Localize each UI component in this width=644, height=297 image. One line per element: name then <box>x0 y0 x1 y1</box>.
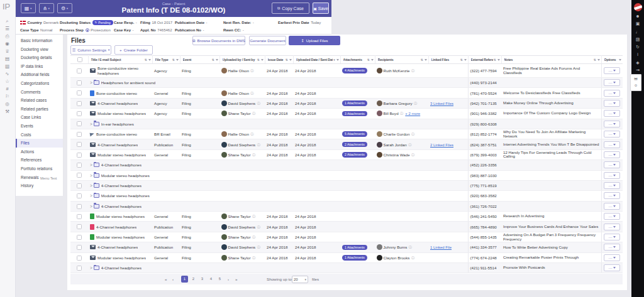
row-checkbox[interactable] <box>77 153 82 158</box>
options-button[interactable]: ⋯ <box>604 131 620 138</box>
column-header-check[interactable] <box>70 56 88 64</box>
row-checkbox[interactable] <box>77 80 82 85</box>
sidebar-item-related-cases[interactable]: Related cases <box>16 96 63 105</box>
filter-icon[interactable] <box>371 59 374 61</box>
save-button[interactable]: ▣Save <box>313 3 329 14</box>
info-icon[interactable]: ⓘ <box>411 68 414 73</box>
info-icon[interactable]: ⓘ <box>250 68 253 73</box>
history-icon[interactable]: ↻ <box>631 43 644 51</box>
column-header-event[interactable]: Event⇅ <box>180 56 219 64</box>
row-checkbox[interactable] <box>77 90 82 95</box>
filter-icon[interactable] <box>289 59 292 61</box>
info-icon[interactable]: ⓘ <box>408 143 411 147</box>
info-icon[interactable]: i <box>631 51 644 58</box>
sidebar-item-ip-data-links[interactable]: IP data links <box>16 62 63 71</box>
hash-icon[interactable]: # <box>0 85 14 93</box>
title-cell[interactable]: >4-Channel headphones <box>88 201 468 211</box>
user-icon[interactable]: ☻ <box>631 13 644 20</box>
title-cell[interactable]: Modular stereo headphones <box>88 149 152 159</box>
column-settings-button[interactable]: ☰Column Settings▾ <box>70 45 111 55</box>
title-cell[interactable]: Modular stereo headphones <box>88 252 152 262</box>
info-icon[interactable]: ⓘ <box>400 111 403 116</box>
expand-chevron-icon[interactable]: > <box>90 163 92 167</box>
screenshot-icon[interactable]: ▨ <box>631 36 644 43</box>
filter-icon[interactable] <box>261 59 264 61</box>
next-page-button[interactable]: › <box>228 277 229 281</box>
linked-files-link[interactable]: 2 Linked Files <box>430 143 453 147</box>
row-checkbox[interactable] <box>77 245 82 250</box>
filter-icon[interactable] <box>497 59 500 61</box>
info-icon[interactable]: ⓘ <box>257 101 260 105</box>
column-header-uploaded_date[interactable]: Uploaded Date / Sent Date▾ <box>293 56 340 64</box>
filter-icon[interactable] <box>464 59 467 61</box>
hierarchy-icon-button[interactable]: ⋔▼ <box>39 3 54 13</box>
sidebar-item-references[interactable]: References <box>16 156 63 165</box>
generate-document-button[interactable]: Generate Document <box>249 36 286 45</box>
linked-files-link[interactable]: 3 Linked Files <box>430 102 453 105</box>
previous-page-button[interactable]: ‹ <box>172 277 174 281</box>
diamond-icon[interactable]: ◈ <box>631 59 644 67</box>
options-button[interactable]: ⋯ <box>604 79 620 86</box>
expand-chevron-icon[interactable]: > <box>90 193 92 198</box>
column-header-issue_date[interactable]: Issue Date⇅ <box>265 56 293 64</box>
more-recipients-link[interactable]: + 2 more <box>405 112 420 116</box>
title-cell[interactable]: >In-ear headphones <box>88 119 468 129</box>
list-icon[interactable]: ☰ <box>0 25 14 33</box>
settings-icon-button[interactable]: ⚙▼ <box>57 3 72 13</box>
expand-chevron-icon[interactable]: > <box>90 266 92 270</box>
card-icon[interactable]: ▣ <box>631 20 644 28</box>
row-checkbox[interactable] <box>77 121 82 126</box>
select-all-checkbox[interactable] <box>77 57 82 62</box>
attachments-badge[interactable]: 1 Attachments <box>342 100 367 106</box>
filter-icon[interactable] <box>148 59 151 61</box>
attachments-badge[interactable]: 5 Attachments <box>342 131 367 137</box>
info-icon[interactable]: ⓘ <box>252 111 255 116</box>
tools-icon[interactable]: ⚒ <box>0 108 14 116</box>
options-button[interactable]: ⋯ <box>604 234 620 240</box>
database-icon[interactable]: ▥ <box>0 63 14 70</box>
chart-icon[interactable]: ∿ <box>0 70 14 78</box>
page-button-3[interactable]: 3 <box>199 276 206 283</box>
title-cell[interactable]: 4-Channel headphones <box>88 98 152 108</box>
sidebar-item-comments[interactable]: Comments <box>16 88 63 97</box>
document-icon[interactable]: ▤ <box>0 55 14 63</box>
attachments-badge[interactable]: 1 Attachments <box>342 245 367 251</box>
title-cell[interactable]: Bone-conductive stereo <box>88 129 152 139</box>
info-icon[interactable]: ⓘ <box>411 132 414 136</box>
row-checkbox[interactable] <box>77 214 82 219</box>
title-cell[interactable]: Modular stereo headphones <box>88 109 152 119</box>
linked-files-link[interactable]: 1 Linked File <box>430 246 452 249</box>
options-button[interactable]: ⋯ <box>604 244 620 251</box>
page-button-1[interactable]: 1 <box>181 276 188 283</box>
row-checkbox[interactable] <box>77 266 82 271</box>
title-cell[interactable]: Bone-conductive stereo <box>88 88 152 98</box>
sidebar-item-additional-fields[interactable]: Additional fields <box>16 70 63 79</box>
options-button[interactable]: ⋯ <box>604 90 620 97</box>
column-header-file_type[interactable]: File Type⇅ <box>152 56 180 64</box>
title-cell[interactable]: Modular stereo headphones <box>88 232 152 242</box>
row-checkbox[interactable] <box>77 204 82 209</box>
row-checkbox[interactable] <box>77 101 82 106</box>
title-cell[interactable]: 4-Channel headphones <box>88 139 152 149</box>
info-icon[interactable]: ⓘ <box>250 132 253 136</box>
extension-notch[interactable]: ✉ ⚙ <box>630 74 641 91</box>
filter-icon[interactable] <box>619 59 621 61</box>
options-button[interactable]: ⋯ <box>604 110 620 117</box>
title-cell[interactable]: >Headphones for ambient sound <box>88 78 468 88</box>
options-button[interactable]: ⋯ <box>604 182 620 189</box>
filter-icon[interactable] <box>216 59 218 61</box>
expand-chevron-icon[interactable]: > <box>90 204 92 208</box>
attachments-badge[interactable]: 4 Attachments <box>342 68 367 73</box>
sidebar-item-files[interactable]: Files <box>16 139 63 148</box>
row-checkbox[interactable] <box>77 111 82 116</box>
filter-icon[interactable] <box>336 59 339 61</box>
title-cell[interactable]: Modular stereo headphones <box>88 212 152 222</box>
signout-icon[interactable]: ⇥ <box>631 67 644 74</box>
title-cell[interactable]: >4-Channel headphones <box>88 180 468 190</box>
options-button[interactable]: ⋯ <box>604 100 620 107</box>
sidebar-item-categorizations[interactable]: Categorizations <box>16 79 63 88</box>
sidebar-item-costs[interactable]: Costs <box>16 131 63 139</box>
row-checkbox[interactable] <box>77 132 82 137</box>
page-button-4[interactable]: 4 <box>208 276 214 283</box>
info-icon[interactable]: ⓘ <box>414 101 417 105</box>
